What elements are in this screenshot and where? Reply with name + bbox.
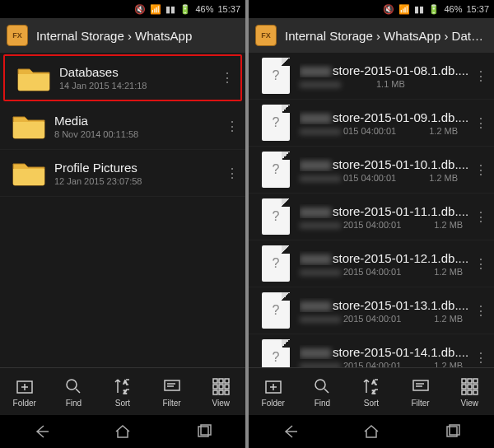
- more-icon[interactable]: ⋮: [471, 115, 491, 131]
- battery-icon: 🔋: [428, 4, 440, 15]
- phone-left: 🔇 📶 ▮▮ 🔋 46% 15:37 FX Internal Storage ›…: [0, 0, 245, 448]
- toolbar-label: Find: [315, 399, 330, 408]
- file-icon: ?: [262, 292, 290, 329]
- svg-rect-21: [462, 379, 466, 383]
- recent-icon[interactable]: [195, 422, 213, 441]
- file-icon: ?: [262, 58, 290, 94]
- svg-rect-10: [225, 385, 229, 389]
- list-item[interactable]: Databases14 Jan 2015 14:21:18⋮: [3, 54, 242, 101]
- back-icon[interactable]: [281, 422, 299, 441]
- filter-button[interactable]: Filter: [151, 376, 193, 408]
- item-sub: 14 Jan 2015 14:21:18: [59, 81, 217, 91]
- item-name: store-2015-01-14.1.db....: [300, 345, 471, 359]
- battery-icon: 🔋: [179, 4, 191, 15]
- svg-rect-8: [213, 385, 217, 389]
- app-icon[interactable]: FX: [7, 25, 28, 46]
- folder-button[interactable]: Folder: [253, 376, 294, 408]
- sort-button[interactable]: AZSort: [351, 376, 392, 408]
- list-item[interactable]: ?store-2015-01-14.1.db....2015 04:00:011…: [249, 334, 494, 367]
- item-sub: 2015 04:00:011.2 MB: [300, 361, 471, 368]
- list-item[interactable]: ?store-2015-01-09.1.db....015 04:00:011.…: [249, 100, 494, 147]
- list-item[interactable]: ?store-2015-01-12.1.db....2015 04:00:011…: [249, 240, 494, 287]
- svg-rect-4: [165, 380, 179, 390]
- status-bar: 🔇 📶 ▮▮ 🔋 46% 15:37: [0, 0, 245, 18]
- more-icon[interactable]: ⋮: [471, 256, 491, 272]
- svg-rect-12: [219, 390, 223, 394]
- more-icon[interactable]: ⋮: [222, 119, 242, 134]
- list-item[interactable]: Media8 Nov 2014 00:11:58⋮: [0, 103, 245, 150]
- list-item[interactable]: ?store-2015-01-11.1.db....2015 04:00:011…: [249, 194, 494, 240]
- file-icon: ?: [262, 245, 290, 282]
- find-button[interactable]: Find: [53, 376, 94, 408]
- toolbar-label: Sort: [115, 399, 130, 408]
- more-icon[interactable]: ⋮: [222, 166, 242, 181]
- item-name: store-2015-01-13.1.db....: [300, 298, 471, 312]
- item-meta: store-2015-01-10.1.db....015 04:00:011.2…: [300, 157, 471, 183]
- clock-text: 15:37: [466, 4, 489, 14]
- item-name: store-2015-01-11.1.db....: [300, 204, 471, 218]
- breadcrumb[interactable]: Internal Storage › WhatsApp › Databases: [285, 29, 487, 43]
- toolbar-label: Sort: [364, 399, 379, 408]
- list-item[interactable]: ?store-2015-01-08.1.db....1.1 MB⋮: [249, 53, 494, 100]
- view-button[interactable]: View: [200, 376, 241, 408]
- file-icon: ?: [262, 105, 290, 141]
- find-button[interactable]: Find: [301, 376, 343, 408]
- signal-icon: ▮▮: [414, 4, 424, 15]
- home-icon[interactable]: [114, 422, 132, 441]
- item-name: Databases: [59, 65, 217, 79]
- list-item[interactable]: ?store-2015-01-13.1.db....2015 04:00:011…: [249, 287, 494, 334]
- folder-icon: [12, 159, 46, 187]
- breadcrumb[interactable]: Internal Storage › WhatsApp: [36, 29, 239, 43]
- bottom-toolbar: FolderFindAZSortFilterView: [0, 367, 245, 415]
- item-name: Media: [54, 114, 222, 128]
- more-icon[interactable]: ⋮: [471, 303, 491, 319]
- wifi-icon: 📶: [398, 4, 410, 15]
- item-meta: store-2015-01-13.1.db....2015 04:00:011.…: [300, 298, 471, 324]
- view-button[interactable]: View: [449, 376, 490, 408]
- item-name: Profile Pictures: [54, 161, 222, 175]
- file-icon: ?: [262, 198, 290, 235]
- svg-rect-28: [468, 390, 472, 394]
- svg-rect-9: [219, 385, 223, 389]
- item-meta: Media8 Nov 2014 00:11:58: [54, 114, 222, 139]
- app-icon[interactable]: FX: [255, 25, 277, 46]
- home-icon[interactable]: [362, 422, 380, 441]
- bottom-toolbar: FolderFindAZSortFilterView: [249, 367, 494, 415]
- more-icon[interactable]: ⋮: [471, 209, 491, 225]
- toolbar-label: Folder: [262, 399, 285, 408]
- folder-button[interactable]: Folder: [4, 376, 45, 408]
- back-icon[interactable]: [32, 422, 50, 441]
- svg-point-1: [67, 380, 77, 390]
- svg-rect-22: [468, 379, 472, 383]
- svg-rect-7: [225, 379, 229, 383]
- item-sub: 2015 04:00:011.2 MB: [300, 267, 471, 277]
- svg-text:A: A: [372, 380, 375, 385]
- recent-icon[interactable]: [444, 422, 462, 441]
- item-sub: 2015 04:00:011.2 MB: [300, 314, 471, 324]
- more-icon[interactable]: ⋮: [471, 68, 491, 84]
- more-icon[interactable]: ⋮: [471, 350, 491, 366]
- folder-list: Databases14 Jan 2015 14:21:18⋮Media8 Nov…: [0, 53, 245, 367]
- file-icon: ?: [262, 152, 290, 188]
- item-meta: store-2015-01-11.1.db....2015 04:00:011.…: [300, 204, 471, 230]
- svg-rect-24: [462, 385, 466, 389]
- filter-button[interactable]: Filter: [400, 376, 441, 408]
- battery-text: 46%: [195, 4, 213, 14]
- sort-button[interactable]: AZSort: [102, 376, 143, 408]
- file-icon: ?: [262, 339, 290, 367]
- item-sub: 015 04:00:011.2 MB: [300, 173, 471, 183]
- list-item[interactable]: ?store-2015-01-10.1.db....015 04:00:011.…: [249, 147, 494, 194]
- svg-text:Z: Z: [372, 390, 375, 394]
- svg-text:Z: Z: [124, 390, 127, 394]
- list-item[interactable]: Profile Pictures12 Jan 2015 23:07:58⋮: [0, 150, 245, 197]
- item-name: store-2015-01-12.1.db....: [300, 251, 471, 265]
- item-sub: 015 04:00:011.2 MB: [300, 126, 471, 136]
- svg-rect-20: [413, 380, 428, 390]
- svg-rect-27: [462, 390, 466, 394]
- more-icon[interactable]: ⋮: [471, 162, 491, 178]
- item-sub: 2015 04:00:011.2 MB: [300, 220, 471, 230]
- app-header: FX Internal Storage › WhatsApp › Databas…: [249, 18, 494, 53]
- more-icon[interactable]: ⋮: [217, 70, 237, 86]
- item-meta: store-2015-01-09.1.db....015 04:00:011.2…: [300, 110, 471, 136]
- item-name: store-2015-01-09.1.db....: [300, 110, 471, 124]
